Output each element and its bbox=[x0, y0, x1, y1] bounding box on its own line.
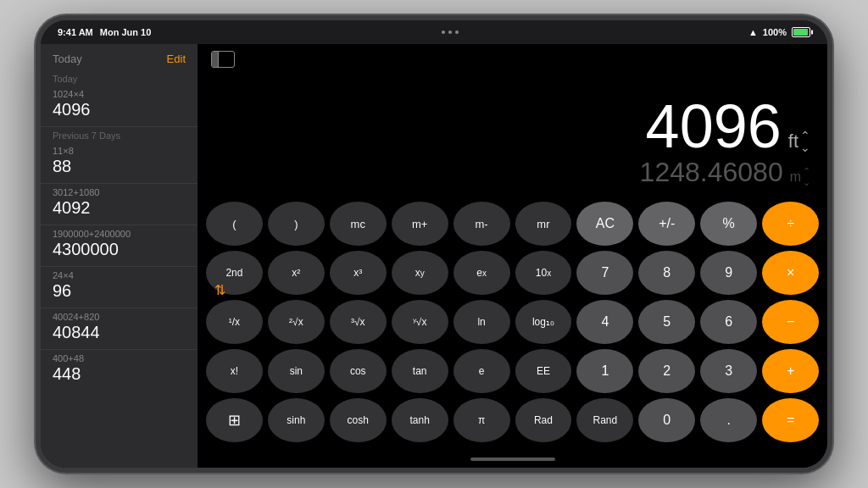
btn-calculator-icon[interactable]: ⊞ bbox=[206, 398, 263, 442]
btn-7[interactable]: 7 bbox=[576, 251, 633, 295]
btn-rad[interactable]: Rad bbox=[515, 398, 572, 442]
list-item[interactable]: 1900000+2400000 4300000 bbox=[41, 225, 198, 267]
btn-plus[interactable]: + bbox=[762, 349, 819, 393]
btn-1overx[interactable]: ¹/x bbox=[206, 300, 263, 344]
btn-1[interactable]: 1 bbox=[576, 349, 633, 393]
calc-display: 4096 ft ⌃⌄ 1248.46080 m ⌃⌄ bbox=[198, 75, 827, 197]
btn-sinh[interactable]: sinh bbox=[268, 398, 325, 442]
btn-cos[interactable]: cos bbox=[330, 349, 387, 393]
btn-9[interactable]: 9 bbox=[700, 251, 757, 295]
sidebar-header: Today Edit bbox=[41, 44, 198, 70]
btn-ln[interactable]: ln bbox=[453, 300, 510, 344]
sidebar-edit-button[interactable]: Edit bbox=[167, 53, 186, 65]
sidebar-title: Today bbox=[53, 53, 82, 65]
btn-sqrt2[interactable]: ²√x bbox=[268, 300, 325, 344]
status-bar: 9:41 AM Mon Jun 10 ▲ 100% bbox=[41, 20, 827, 44]
btn-e[interactable]: e bbox=[453, 349, 510, 393]
btn-decimal[interactable]: . bbox=[700, 398, 757, 442]
btn-8[interactable]: 8 bbox=[638, 251, 695, 295]
btn-3[interactable]: 3 bbox=[700, 349, 757, 393]
unit-chevron-icon[interactable]: ⌃⌄ bbox=[800, 130, 810, 153]
main-unit: ft ⌃⌄ bbox=[788, 130, 810, 153]
sidebar-toggle-button[interactable] bbox=[211, 51, 235, 68]
btn-factorial[interactable]: x! bbox=[206, 349, 263, 393]
btn-equals[interactable]: = bbox=[762, 398, 819, 442]
list-item[interactable]: 24×4 96 bbox=[41, 267, 198, 308]
status-center-dots bbox=[442, 30, 459, 34]
convert-arrow-icon[interactable]: ⇅ bbox=[214, 282, 225, 298]
btn-sin[interactable]: sin bbox=[268, 349, 325, 393]
history-expr: 1024×4 bbox=[53, 89, 186, 99]
history-result: 40844 bbox=[53, 322, 186, 342]
ipad-frame: 9:41 AM Mon Jun 10 ▲ 100% Today Edit Tod… bbox=[36, 15, 832, 473]
btn-6[interactable]: 6 bbox=[700, 300, 757, 344]
btn-open-paren[interactable]: ( bbox=[206, 202, 263, 246]
history-expr: 400+48 bbox=[53, 353, 186, 363]
btn-5[interactable]: 5 bbox=[638, 300, 695, 344]
history-expr: 40024+820 bbox=[53, 312, 186, 322]
btn-cosh[interactable]: cosh bbox=[330, 398, 387, 442]
battery-percent: 100% bbox=[763, 27, 787, 37]
status-date: Mon Jun 10 bbox=[100, 27, 152, 37]
list-item[interactable]: 400+48 448 bbox=[41, 350, 198, 391]
btn-log10[interactable]: log₁₀ bbox=[515, 300, 572, 344]
btn-4[interactable]: 4 bbox=[576, 300, 633, 344]
home-bar bbox=[470, 458, 555, 461]
sidebar: Today Edit Today 1024×4 4096 Previous 7 … bbox=[41, 44, 198, 468]
history-result: 4300000 bbox=[53, 239, 186, 259]
btn-x2[interactable]: x² bbox=[268, 251, 325, 295]
btn-2[interactable]: 2 bbox=[638, 349, 695, 393]
display-main-value: 4096 ft ⌃⌄ bbox=[646, 96, 810, 157]
btn-pi[interactable]: π bbox=[453, 398, 510, 442]
list-item[interactable]: 1024×4 4096 bbox=[41, 86, 198, 127]
btn-10x[interactable]: 10x bbox=[515, 251, 572, 295]
list-item[interactable]: 40024+820 40844 bbox=[41, 308, 198, 350]
history-result: 96 bbox=[53, 280, 186, 301]
btn-rand[interactable]: Rand bbox=[576, 398, 633, 442]
btn-0[interactable]: 0 bbox=[638, 398, 695, 442]
secondary-number: 1248.46080 bbox=[640, 157, 783, 188]
btn-ee[interactable]: EE bbox=[515, 349, 572, 393]
calc-buttons: ( ) mc m+ m- mr AC +/- % ÷ 2nd x² x³ xy … bbox=[198, 197, 827, 451]
list-item[interactable]: 3012+1080 4092 bbox=[41, 184, 198, 225]
history-expr: 1900000+2400000 bbox=[53, 229, 186, 239]
history-expr: 24×4 bbox=[53, 270, 186, 280]
btn-mc[interactable]: mc bbox=[330, 202, 387, 246]
btn-sqrt3[interactable]: ³√x bbox=[330, 300, 387, 344]
btn-mr[interactable]: mr bbox=[515, 202, 572, 246]
btn-x3[interactable]: x³ bbox=[330, 251, 387, 295]
main-number: 4096 bbox=[646, 96, 782, 157]
btn-tan[interactable]: tan bbox=[392, 349, 448, 393]
btn-sign[interactable]: +/- bbox=[638, 202, 695, 246]
history-result: 88 bbox=[53, 156, 186, 176]
btn-close-paren[interactable]: ) bbox=[268, 202, 325, 246]
btn-minus[interactable]: − bbox=[762, 300, 819, 344]
list-item[interactable]: 11×8 88 bbox=[41, 142, 198, 184]
calc-toolbar bbox=[198, 44, 827, 75]
history-expr: 3012+1080 bbox=[53, 187, 186, 197]
secondary-unit: m ⌃⌄ bbox=[790, 166, 810, 188]
btn-divide[interactable]: ÷ bbox=[762, 202, 819, 246]
battery-icon bbox=[792, 27, 810, 37]
btn-tanh[interactable]: tanh bbox=[392, 398, 448, 442]
history-result: 448 bbox=[53, 363, 186, 384]
btn-xy[interactable]: xy bbox=[392, 251, 448, 295]
btn-multiply[interactable]: × bbox=[762, 251, 819, 295]
btn-mminus[interactable]: m- bbox=[453, 202, 510, 246]
btn-ex[interactable]: ex bbox=[453, 251, 510, 295]
sidebar-scroll[interactable]: Today 1024×4 4096 Previous 7 Days 11×8 8… bbox=[41, 70, 198, 468]
btn-ac[interactable]: AC bbox=[576, 202, 633, 246]
display-secondary-value: 1248.46080 m ⌃⌄ bbox=[640, 157, 810, 188]
wifi-icon: ▲ bbox=[748, 27, 758, 37]
main-content: Today Edit Today 1024×4 4096 Previous 7 … bbox=[41, 44, 827, 468]
history-result: 4092 bbox=[53, 197, 186, 218]
home-indicator bbox=[198, 451, 827, 468]
secondary-unit-chevron-icon[interactable]: ⌃⌄ bbox=[803, 166, 810, 188]
history-result: 4096 bbox=[53, 99, 186, 119]
status-time: 9:41 AM bbox=[58, 27, 93, 37]
sidebar-section-prev7: Previous 7 Days bbox=[41, 127, 198, 142]
btn-sqrty[interactable]: ʸ√x bbox=[392, 300, 448, 344]
sidebar-section-today: Today bbox=[41, 70, 198, 86]
btn-mplus[interactable]: m+ bbox=[392, 202, 448, 246]
btn-percent[interactable]: % bbox=[700, 202, 757, 246]
